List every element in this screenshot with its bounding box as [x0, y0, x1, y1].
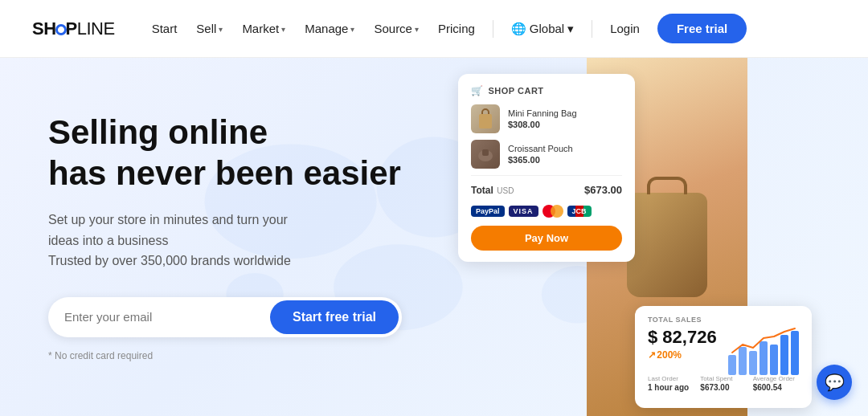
hero-subtitle: Set up your store in minutes and turn yo… [48, 210, 418, 271]
email-input[interactable] [64, 310, 270, 324]
hero-right: 🛒 SHOP CART Mini Fanning Bag $308.00 Cro… [450, 58, 820, 416]
chevron-down-icon: ▾ [350, 25, 354, 34]
logo-circle [55, 24, 67, 35]
svg-rect-9 [482, 149, 489, 156]
nav-global[interactable]: 🌐 Global ▾ [503, 17, 582, 41]
chevron-down-icon: ▾ [567, 22, 574, 36]
chat-icon: 💬 [825, 373, 845, 392]
cart-card: 🛒 SHOP CART Mini Fanning Bag $308.00 Cro… [458, 74, 635, 262]
hero-heading: Selling online has never been easier [48, 112, 418, 194]
growth-arrow-icon: ↗ [648, 349, 656, 361]
cart-divider [471, 175, 622, 176]
svg-rect-10 [728, 355, 736, 375]
svg-rect-12 [749, 351, 757, 375]
sales-meta: Last Order 1 hour ago Total Spent $673.0… [648, 375, 799, 392]
logo-line: LINE [77, 18, 115, 39]
cart-item-info: Croissant Pouch $365.00 [508, 144, 622, 165]
nav-login[interactable]: Login [602, 17, 648, 40]
logo[interactable]: SHPLINE [32, 18, 115, 39]
svg-rect-16 [791, 331, 799, 375]
mastercard-yellow-icon [551, 205, 563, 218]
jcb-icon: JCB [567, 206, 592, 217]
hero-left: Selling online has never been easier Set… [48, 58, 450, 416]
nav-item-sell[interactable]: Sell ▾ [188, 17, 231, 40]
cart-total: Total USD $673.00 [471, 182, 622, 197]
nav-item-manage[interactable]: Manage ▾ [297, 17, 362, 40]
paypal-icon: PayPal [471, 206, 505, 217]
pay-now-button[interactable]: Pay Now [471, 226, 622, 251]
svg-rect-13 [760, 341, 768, 375]
hero-note: * No credit card required [48, 350, 418, 361]
sales-mini-chart [727, 327, 799, 375]
cart-icon: 🛒 [471, 85, 484, 96]
nav-item-start[interactable]: Start [144, 17, 186, 40]
hero-section: Selling online has never been easier Set… [0, 58, 868, 416]
nav-item-pricing[interactable]: Pricing [430, 17, 483, 40]
chevron-down-icon: ▾ [219, 25, 223, 34]
sales-card: TOTAL SALES $ 82,726 ↗ 200% [635, 306, 812, 408]
nav-item-source[interactable]: Source ▾ [366, 17, 427, 40]
logo-shop: SH [32, 18, 56, 39]
nav-item-market[interactable]: Market ▾ [234, 17, 293, 40]
cart-header: 🛒 SHOP CART [471, 85, 622, 96]
cart-item: Mini Fanning Bag $308.00 [471, 104, 622, 133]
cart-item: Croissant Pouch $365.00 [471, 140, 622, 169]
nav-divider-2 [592, 20, 592, 38]
bag-handle-icon [647, 177, 687, 194]
cart-item-info: Mini Fanning Bag $308.00 [508, 108, 622, 129]
chevron-down-icon: ▾ [415, 25, 419, 34]
svg-rect-11 [739, 347, 747, 375]
cart-item-image [471, 104, 500, 133]
chat-button[interactable]: 💬 [817, 365, 852, 400]
nav-items: Start Sell ▾ Market ▾ Manage ▾ Source ▾ … [144, 14, 836, 43]
globe-icon: 🌐 [511, 22, 526, 36]
cart-item-image [471, 140, 500, 169]
svg-rect-14 [770, 345, 778, 375]
logo-p: P [66, 18, 77, 39]
bag-shape [627, 193, 707, 297]
chevron-down-icon: ▾ [281, 25, 285, 34]
visa-icon: VISA [509, 206, 538, 217]
svg-rect-15 [780, 335, 788, 375]
free-trial-button[interactable]: Free trial [657, 14, 747, 43]
svg-rect-7 [479, 114, 492, 128]
navbar: SHPLINE Start Sell ▾ Market ▾ Manage ▾ S… [0, 0, 868, 58]
cart-payment: PayPal VISA JCB [471, 205, 622, 218]
hero-form: Start free trial [48, 297, 402, 337]
nav-divider [493, 20, 493, 38]
start-trial-button[interactable]: Start free trial [270, 300, 399, 334]
